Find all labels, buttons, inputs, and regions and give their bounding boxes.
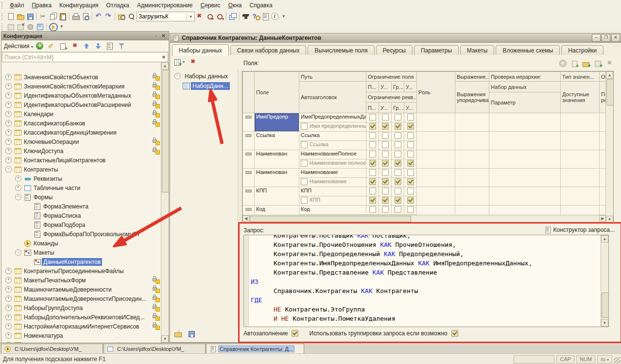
overflow-button[interactable] (58, 22, 68, 31)
row-handle[interactable] (243, 187, 255, 206)
actions-menu-button[interactable]: Действия ▾ (2, 43, 34, 50)
tree-item[interactable]: + МашиночитаемыеДоверенностиПрисоедин... (1, 294, 161, 303)
paste-button[interactable] (58, 12, 68, 21)
restriction-checkbox[interactable] (395, 206, 401, 213)
chevron-down-icon[interactable]: ▾ (187, 13, 194, 20)
tree-item[interactable]: + КлючевыеОперации (1, 137, 161, 146)
menu-администрирование[interactable]: Администрирование (133, 0, 196, 10)
fields-table-hscrollbar[interactable]: ◀ ▶ (242, 215, 606, 222)
tree-item[interactable]: + Реквизиты (1, 174, 161, 183)
pin-icon[interactable]: ◦ (153, 33, 159, 39)
tab-Вычисляемые поля[interactable]: Вычисляемые поля (308, 45, 374, 55)
form-button[interactable] (35, 22, 45, 31)
tab-Настройки[interactable]: Настройки (561, 45, 604, 55)
restriction-checkbox[interactable] (395, 178, 401, 185)
datasets-root-item[interactable]: − Наборы данных (172, 71, 239, 81)
appearance-cell[interactable] (600, 187, 606, 206)
tree-item[interactable]: + Табличные части (1, 183, 161, 192)
tree-toggle-icon[interactable]: + (5, 295, 12, 302)
tree-toggle-icon[interactable]: − (15, 249, 21, 256)
filter-funnel-button[interactable] (117, 41, 127, 51)
tree-scrollbar[interactable]: ▲ ▼ (161, 62, 169, 343)
tree-item[interactable]: + НастройкиАвторизацииИнтернетСервисов (1, 322, 161, 331)
restriction-checkbox[interactable] (407, 197, 414, 204)
value-type-cell[interactable] (561, 132, 600, 150)
tree-item[interactable]: + КлассификаторБанков (1, 119, 161, 128)
tree-item[interactable]: + КонтрагентыПрисоединенныеФайлы (1, 266, 161, 276)
chevron-down-icon[interactable]: ▾ (183, 60, 185, 64)
global-search-button[interactable] (117, 12, 126, 21)
tab-Ресурсы[interactable]: Ресурсы (376, 45, 413, 55)
close-button[interactable]: ✕ (611, 34, 620, 42)
find-next-button[interactable] (205, 12, 215, 21)
role-cell[interactable] (417, 150, 455, 169)
menu-конфигурация[interactable]: Конфигурация (55, 0, 103, 10)
expression-cell[interactable] (455, 150, 489, 169)
tree-item[interactable]: + ИдентификаторыОбъектовМетаданных (1, 91, 161, 100)
tree-toggle-icon[interactable]: + (15, 185, 21, 191)
field-path-cell[interactable]: КПП (299, 187, 366, 196)
row-handle[interactable] (243, 132, 255, 150)
search-input[interactable] (2, 53, 160, 61)
restriction-checkbox[interactable] (382, 132, 389, 139)
copy-button[interactable] (48, 12, 58, 21)
menu-сервис[interactable]: Сервис (196, 0, 224, 10)
find-prev-button[interactable] (215, 12, 224, 21)
tree-toggle-icon[interactable]: + (5, 74, 12, 80)
value-type-cell[interactable] (561, 169, 600, 187)
value-type-cell[interactable] (561, 113, 600, 132)
field-name-cell[interactable]: Ссылка (255, 132, 299, 150)
field-title-cell[interactable]: Ссылка (299, 141, 366, 150)
tree-toggle-icon[interactable]: + (5, 92, 12, 99)
auto-title-checkbox[interactable] (301, 160, 308, 167)
auto-title-checkbox[interactable] (301, 141, 308, 148)
window-tab[interactable]: C:\Users\jdfox\Desktop\УМ_ (1, 344, 103, 353)
auto-title-checkbox[interactable] (301, 178, 308, 185)
load-query-button[interactable] (173, 329, 183, 338)
fields-table-vscrollbar[interactable]: ▲ ▼ (605, 71, 613, 223)
save-query-button[interactable] (187, 329, 196, 338)
delete-disabled-button[interactable] (605, 59, 615, 68)
field-name-cell[interactable]: ИмяПредопр (255, 113, 299, 132)
window-tab[interactable]: Справочник Контрагенты: Д... (206, 344, 304, 353)
tree-item[interactable]: − Формы (1, 192, 161, 202)
tree-toggle-icon[interactable]: + (5, 157, 12, 163)
restriction-checkbox[interactable] (395, 188, 401, 194)
open-file-button[interactable] (16, 12, 25, 21)
clear-search-button[interactable] (195, 12, 205, 21)
move-up-button[interactable] (82, 41, 92, 51)
restriction-checkbox[interactable] (369, 141, 376, 148)
window-button[interactable] (6, 22, 16, 31)
menu-окна[interactable]: Окна (224, 0, 246, 10)
print-preview-button[interactable] (81, 12, 90, 21)
add-folder-button[interactable] (582, 59, 591, 68)
restriction-checkbox[interactable] (369, 178, 376, 185)
restriction-checkbox[interactable] (407, 188, 414, 194)
query-constructor-link[interactable]: Конструктор запроса... (544, 226, 615, 234)
hierarchy-cell[interactable] (489, 187, 561, 206)
tree-item[interactable]: + ИдентификаторыОбъектовРасширений (1, 100, 161, 109)
grouping-checkbox[interactable] (451, 330, 458, 337)
restriction-checkbox[interactable] (395, 160, 401, 167)
restriction-checkbox[interactable] (395, 132, 401, 139)
query-vscrollbar[interactable]: ▲ ▼ (601, 235, 608, 327)
restriction-checkbox[interactable] (395, 141, 401, 148)
language-switch[interactable]: ru ▾ (597, 355, 612, 364)
info-button[interactable] (270, 12, 280, 21)
auto-title-checkbox[interactable] (301, 197, 308, 204)
syntax-help-button[interactable] (251, 12, 260, 21)
autofill-checkbox[interactable] (292, 330, 298, 337)
restriction-checkbox[interactable] (407, 141, 414, 148)
appearance-cell[interactable] (600, 150, 606, 169)
restriction-checkbox[interactable] (382, 151, 389, 157)
tree-item[interactable]: − Контрагенты (1, 165, 161, 174)
row-handle[interactable] (243, 150, 255, 169)
move-down-button[interactable] (94, 41, 104, 51)
tree-item[interactable]: + КлючиДоступа (1, 146, 161, 156)
field-row[interactable]: ИмяПредопр ИмяПредопределенныхДа... (243, 113, 606, 122)
restriction-checkbox[interactable] (395, 169, 401, 176)
clear-search-icon[interactable]: ✕ (160, 54, 168, 60)
restriction-checkbox[interactable] (382, 206, 389, 213)
dataset-item[interactable]: НаборДанн... (172, 81, 239, 90)
redo-button[interactable] (104, 12, 113, 21)
